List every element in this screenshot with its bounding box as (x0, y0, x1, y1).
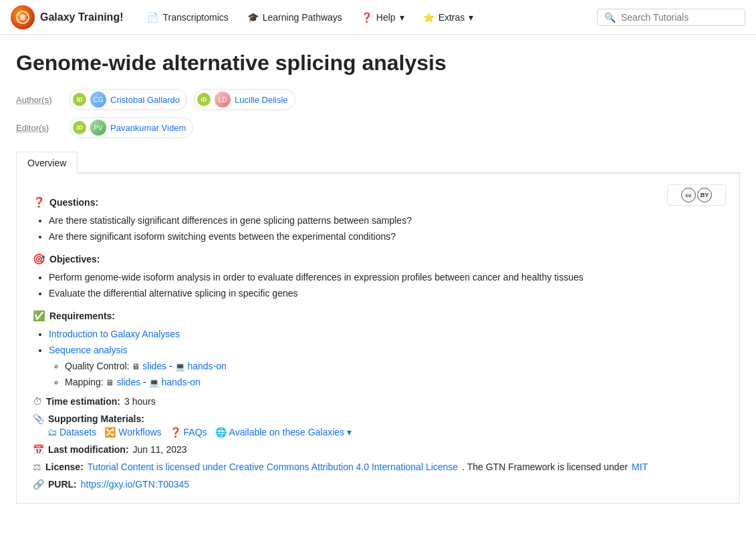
questions-list: Are there statistically significant diff… (33, 214, 723, 244)
star-icon: ⭐ (423, 12, 434, 23)
faqs-icon: ❓ (170, 427, 181, 437)
tabs-container: Overview cc BY ❓ Questions: Are there st… (16, 152, 740, 504)
transcriptomics-icon: 📄 (147, 12, 158, 23)
subrequirement-qc: Quality Control: 🖥 slides - 💻 hands-on (65, 359, 723, 373)
handson-icon-mapping: 💻 (149, 378, 159, 387)
requirement-intro-galaxy: Introduction to Galaxy Analyses (49, 327, 723, 341)
time-row: ⏱ Time estimation: 3 hours (33, 396, 723, 407)
help-icon: ❓ (361, 12, 372, 23)
mapping-handson-link[interactable]: hands-on (162, 377, 201, 387)
nav-items: 📄 Transcriptomics 🎓 Learning Pathways ❓ … (139, 8, 592, 27)
requirement-sequence-analysis: Sequence analysis Quality Control: 🖥 sli… (49, 343, 723, 389)
handson-icon-qc: 💻 (175, 362, 185, 371)
qc-slides-link[interactable]: slides (142, 361, 166, 371)
last-mod-label: Last modification: (48, 444, 129, 455)
editors-label: Editor(s) (16, 123, 63, 133)
workflows-link[interactable]: 🔀 Workflows (104, 427, 161, 437)
requirements-icon: ✅ (33, 310, 45, 322)
questions-icon: ❓ (33, 196, 45, 208)
search-box[interactable]: 🔍 (597, 9, 745, 26)
objective-2: Evaluate the differential alternative sp… (49, 287, 723, 301)
search-input[interactable] (621, 12, 738, 23)
supporting-row: 📎 Supporting Materials: (33, 413, 723, 424)
help-chevron-icon: ▾ (400, 12, 404, 23)
svg-point-1 (20, 15, 25, 20)
supporting-icon: 📎 (33, 413, 44, 424)
requirements-list: Introduction to Galaxy Analyses Sequence… (33, 327, 723, 389)
supporting-links: 🗂 Datasets 🔀 Workflows ❓ FAQs 🌐 Availabl… (47, 427, 723, 437)
license-icon: ⚖ (33, 462, 41, 472)
intro-galaxy-link[interactable]: Introduction to Galaxy Analyses (49, 329, 180, 339)
nav-extras[interactable]: ⭐ Extras ▾ (415, 8, 482, 27)
authors-label: Author(s) (16, 95, 63, 105)
cc-by-icon: BY (697, 188, 712, 202)
time-label: Time estimation: (46, 396, 120, 407)
subrequirement-mapping: Mapping: 🖥 slides - 💻 hands-on (65, 375, 723, 389)
editor-videm[interactable]: iD PV Pavankumar Videm (70, 117, 193, 138)
tab-bar: Overview (16, 152, 740, 174)
subrequirements-list: Quality Control: 🖥 slides - 💻 hands-on M… (49, 359, 723, 389)
page-title: Genome-wide alternative splicing analysi… (16, 51, 740, 75)
nav-learning-pathways[interactable]: 🎓 Learning Pathways (239, 8, 350, 27)
sequence-analysis-link[interactable]: Sequence analysis (49, 345, 128, 355)
datasets-link[interactable]: 🗂 Datasets (47, 427, 96, 437)
galaxies-dropdown[interactable]: 🌐 Available on these Galaxies ▾ (215, 427, 352, 437)
questions-section-title: ❓ Questions: (33, 196, 723, 208)
nav-transcriptomics[interactable]: 📄 Transcriptomics (139, 8, 236, 27)
learning-icon: 🎓 (247, 12, 259, 23)
author-delisle-name: Lucille Delisle (235, 95, 287, 105)
search-icon: 🔍 (604, 12, 616, 23)
objectives-icon: 🎯 (33, 253, 45, 265)
orcid-icon-videm: iD (73, 121, 86, 134)
tab-overview[interactable]: Overview (16, 152, 78, 174)
license-row: ⚖ License: Tutorial Content is licensed … (33, 462, 723, 472)
author-delisle[interactable]: iD LD Lucille Delisle (194, 89, 295, 110)
mapping-label: Mapping: (65, 377, 106, 387)
purl-link[interactable]: https://gxy.io/GTN:T00345 (81, 479, 189, 490)
purl-row: 🔗 PURL: https://gxy.io/GTN:T00345 (33, 479, 723, 490)
authors-row: Author(s) iD CG Cristóbal Gallardo iD LD… (16, 89, 740, 110)
faqs-link[interactable]: ❓ FAQs (170, 427, 207, 437)
datasets-icon: 🗂 (47, 427, 57, 437)
slides-icon-mapping: 🖥 (106, 378, 114, 387)
brand-logo (11, 5, 35, 29)
question-2: Are there significant isoform switching … (49, 230, 723, 244)
nav-help[interactable]: ❓ Help ▾ (353, 8, 412, 27)
slides-icon-qc: 🖥 (132, 362, 140, 371)
overview-box: cc BY ❓ Questions: Are there statistical… (16, 174, 740, 504)
cc-icon: cc (681, 188, 696, 202)
qc-label: Quality Control: (65, 361, 132, 371)
mapping-slides-link[interactable]: slides (116, 377, 140, 387)
mit-link[interactable]: MIT (632, 462, 648, 472)
orcid-icon-delisle: iD (197, 93, 211, 106)
editor-videm-name: Pavankumar Videm (110, 123, 186, 133)
license-label: License: (45, 462, 84, 472)
author-gallardo[interactable]: iD CG Cristóbal Gallardo (70, 89, 187, 110)
question-1: Are there statistically significant diff… (49, 214, 723, 228)
navbar: Galaxy Training! 📄 Transcriptomics 🎓 Lea… (0, 0, 756, 35)
avatar-gallardo: CG (90, 92, 106, 108)
qc-handson-link[interactable]: hands-on (187, 361, 226, 371)
extras-chevron-icon: ▾ (469, 12, 473, 23)
purl-label: PURL: (48, 479, 77, 490)
license-link[interactable]: Tutorial Content is licensed under Creat… (88, 462, 458, 472)
objectives-section-title: 🎯 Objectives: (33, 253, 723, 265)
cc-license-badge[interactable]: cc BY (667, 184, 726, 206)
objective-1: Perform genome-wide isoform analysis in … (49, 271, 723, 285)
galaxies-chevron-icon: ▾ (347, 427, 352, 437)
workflows-icon: 🔀 (104, 427, 116, 437)
requirements-section-title: ✅ Requirements: (33, 310, 723, 322)
last-mod-row: 📅 Last modification: Jun 11, 2023 (33, 444, 723, 455)
orcid-icon-gallardo: iD (73, 93, 86, 106)
last-mod-value: Jun 11, 2023 (133, 444, 187, 455)
objectives-list: Perform genome-wide isoform analysis in … (33, 271, 723, 301)
time-icon: ⏱ (33, 396, 42, 407)
brand-name: Galaxy Training! (40, 11, 123, 23)
editors-row: Editor(s) iD PV Pavankumar Videm (16, 117, 740, 138)
license-suffix: . The GTN Framework is licensed under (462, 462, 628, 472)
calendar-icon: 📅 (33, 444, 44, 455)
supporting-label: Supporting Materials: (48, 413, 144, 424)
avatar-videm: PV (90, 120, 106, 136)
brand-logo-link[interactable]: Galaxy Training! (11, 5, 123, 29)
purl-icon: 🔗 (33, 479, 44, 490)
